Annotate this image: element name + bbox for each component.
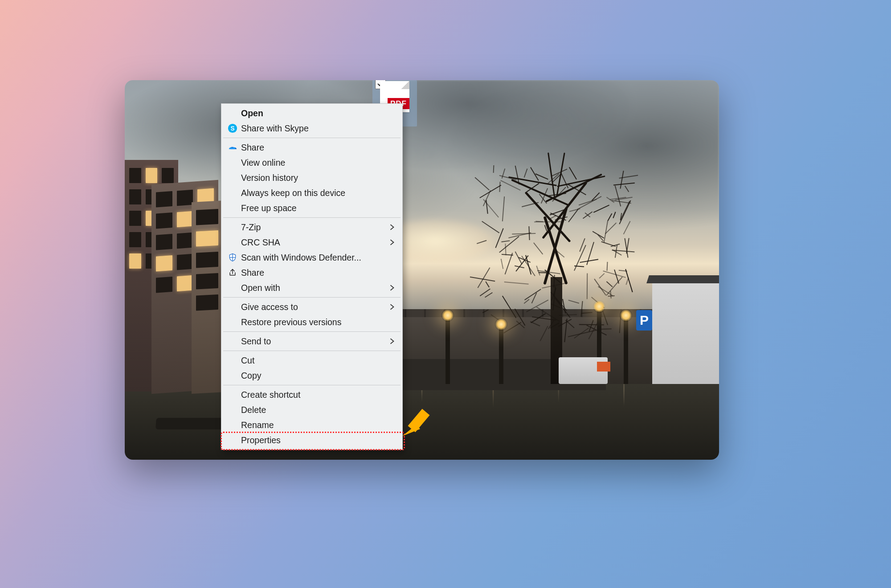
menu-item-open[interactable]: Open [222,106,401,121]
menu-item-label: Restore previous versions [241,317,395,327]
defender-icon [227,252,238,263]
menu-item-label: Share [241,268,395,278]
menu-item-label: Properties [241,435,395,445]
menu-item-label: Cut [241,355,395,366]
menu-item-give-access[interactable]: Give access to [222,299,401,314]
menu-item-version-history[interactable]: Version history [222,170,401,185]
menu-item-rename[interactable]: Rename [222,417,401,433]
parking-sign [636,310,652,331]
share-icon [227,267,238,278]
context-menu: OpenSShare with SkypeShareView onlineVer… [221,103,403,450]
desktop-screenshot: PDF le OpenSShare with SkypeShareView on… [125,80,719,460]
menu-item-label: CRC SHA [241,237,389,248]
menu-item-label: Give access to [241,302,389,312]
menu-item-free-up[interactable]: Free up space [222,200,401,216]
menu-item-label: Share [241,143,395,153]
menu-item-cut[interactable]: Cut [222,353,401,368]
menu-item-label: Scan with Windows Defender... [241,253,395,263]
menu-item-delete[interactable]: Delete [222,402,401,417]
menu-item-label: Copy [241,371,395,381]
menu-item-7zip[interactable]: 7-Zip [222,220,401,235]
menu-item-label: 7-Zip [241,222,389,233]
menu-item-label: Version history [241,173,395,183]
menu-item-sendto[interactable]: Send to [222,334,401,349]
wallpaper [125,80,719,460]
menu-item-create-shortcut[interactable]: Create shortcut [222,387,401,402]
menu-item-properties[interactable]: Properties [222,433,401,448]
menu-item-label: Delete [241,405,395,415]
svg-text:S: S [230,125,234,132]
menu-item-label: Create shortcut [241,390,395,400]
chevron-right-icon [389,222,395,233]
menu-item-skype[interactable]: SShare with Skype [222,121,401,136]
chevron-right-icon [389,302,395,312]
menu-item-label: Open [241,108,395,118]
skype-icon: S [227,122,238,134]
onedrive-icon [227,142,238,153]
menu-item-label: Always keep on this device [241,188,395,198]
chevron-right-icon [389,237,395,248]
menu-item-always-keep[interactable]: Always keep on this device [222,185,401,200]
menu-item-share-onedrive[interactable]: Share [222,140,401,155]
menu-item-label: Send to [241,336,389,347]
menu-item-restore-prev[interactable]: Restore previous versions [222,314,401,330]
menu-item-label: Share with Skype [241,123,395,134]
menu-item-label: View online [241,158,395,168]
menu-item-view-online[interactable]: View online [222,155,401,170]
chevron-right-icon [389,283,395,293]
chevron-right-icon [389,336,395,347]
menu-item-label: Rename [241,420,395,430]
menu-item-crcsha[interactable]: CRC SHA [222,235,401,250]
menu-item-label: Free up space [241,203,395,213]
menu-item-copy[interactable]: Copy [222,368,401,383]
menu-item-defender[interactable]: Scan with Windows Defender... [222,250,401,265]
menu-item-label: Open with [241,283,389,293]
menu-item-openwith[interactable]: Open with [222,280,401,295]
menu-item-share-os[interactable]: Share [222,265,401,280]
